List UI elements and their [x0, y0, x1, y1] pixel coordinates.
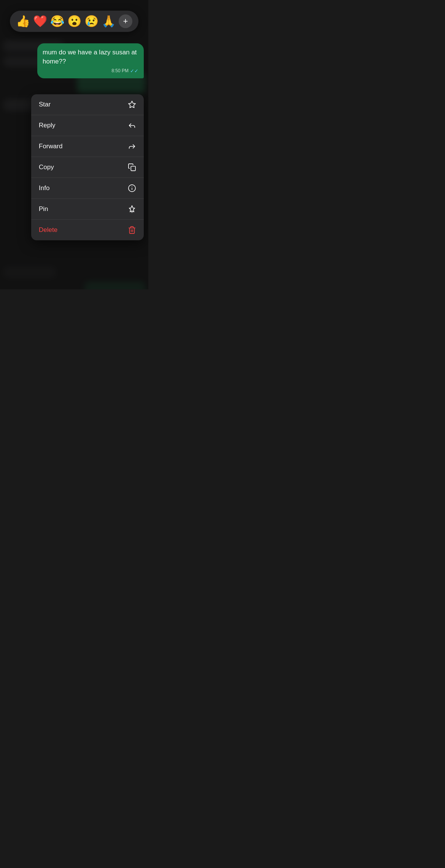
- menu-item-delete-label: Delete: [39, 226, 57, 234]
- svg-marker-0: [129, 101, 135, 108]
- menu-item-forward-label: Forward: [39, 143, 62, 150]
- emoji-thumbsup[interactable]: 👍: [16, 16, 30, 27]
- star-icon: [128, 100, 136, 109]
- emoji-reaction-bar: 👍 ❤️ 😂 😮 😢 🙏 +: [10, 11, 138, 32]
- emoji-more-button[interactable]: +: [119, 14, 132, 28]
- pin-icon: [128, 205, 136, 213]
- menu-item-reply-label: Reply: [39, 122, 55, 129]
- menu-item-delete[interactable]: Delete: [31, 220, 144, 240]
- menu-item-pin-label: Pin: [39, 205, 48, 213]
- message-text: mum do we have a lazy susan at home??: [43, 48, 138, 66]
- emoji-laugh[interactable]: 😂: [50, 16, 64, 27]
- emoji-cry[interactable]: 😢: [84, 16, 99, 27]
- menu-item-info-label: Info: [39, 184, 49, 192]
- message-bubble: mum do we have a lazy susan at home?? 8:…: [37, 43, 144, 78]
- message-timestamp: 8:50 PM: [111, 68, 129, 74]
- message-meta: 8:50 PM ✓✓: [43, 68, 138, 75]
- menu-item-copy[interactable]: Copy: [31, 157, 144, 178]
- trash-icon: [128, 226, 136, 234]
- info-icon: [128, 184, 136, 192]
- context-menu: Star Reply Forward Copy: [31, 94, 144, 240]
- forward-icon: [128, 142, 136, 151]
- menu-item-pin[interactable]: Pin: [31, 199, 144, 220]
- menu-item-copy-label: Copy: [39, 163, 54, 171]
- svg-rect-1: [131, 166, 135, 171]
- menu-item-star-label: Star: [39, 101, 51, 108]
- emoji-heart[interactable]: ❤️: [33, 16, 47, 27]
- menu-item-star[interactable]: Star: [31, 94, 144, 115]
- menu-item-reply[interactable]: Reply: [31, 115, 144, 136]
- emoji-wow[interactable]: 😮: [67, 16, 81, 27]
- menu-item-forward[interactable]: Forward: [31, 136, 144, 157]
- reply-icon: [128, 121, 136, 130]
- copy-icon: [128, 163, 136, 171]
- message-read-receipt: ✓✓: [130, 68, 138, 75]
- emoji-pray[interactable]: 🙏: [102, 16, 116, 27]
- menu-item-info[interactable]: Info: [31, 178, 144, 199]
